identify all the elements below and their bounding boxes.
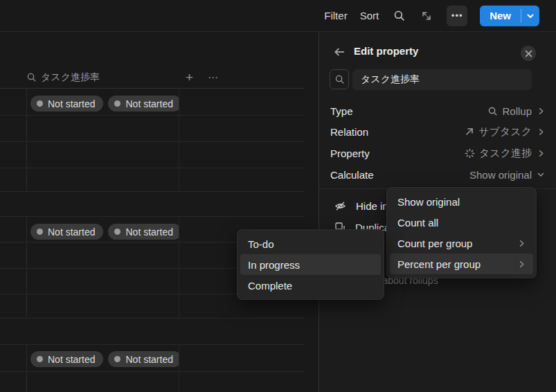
table-grid-line <box>26 216 27 318</box>
table-grid-line <box>179 216 179 318</box>
spinner-icon <box>465 148 475 159</box>
column-header-task-progress[interactable]: タスク進捗率 + ⋯ <box>26 66 305 88</box>
table-grid-line <box>0 191 305 192</box>
status-dot-icon <box>114 229 120 235</box>
new-dropdown-chevron-icon[interactable] <box>521 6 539 26</box>
chevron-right-icon <box>537 107 545 115</box>
chevron-right-icon <box>537 128 545 136</box>
menu-item-count-per-group[interactable]: Count per group <box>390 233 533 253</box>
table-grid-line <box>179 344 179 392</box>
table-grid-line <box>0 344 305 345</box>
new-button-label[interactable]: New <box>480 6 521 26</box>
panel-header: Edit property <box>319 44 556 60</box>
expand-diagonal-icon[interactable] <box>419 8 434 24</box>
table-grid-line <box>0 371 305 372</box>
search-icon <box>487 106 498 116</box>
chevron-right-icon <box>518 260 526 268</box>
search-icon <box>334 74 345 84</box>
new-button[interactable]: New <box>480 6 539 26</box>
rollup-icon <box>26 72 37 82</box>
status-dot-icon <box>114 356 120 362</box>
table-grid-line <box>0 88 305 89</box>
column-header-title: タスク進捗率 <box>41 71 100 84</box>
percent-per-group-submenu: To-do In progress Complete <box>237 229 384 300</box>
menu-item-count-all[interactable]: Count all <box>390 212 533 233</box>
status-dot-icon <box>37 229 43 235</box>
property-icon-button[interactable] <box>330 69 349 89</box>
arrow-up-right-icon <box>465 127 474 136</box>
eye-off-icon <box>334 200 346 212</box>
status-pill: Not started <box>108 351 179 367</box>
property-row-type[interactable]: Type Rollup <box>319 100 556 121</box>
panel-title: Edit property <box>354 45 418 57</box>
property-row-relation[interactable]: Relation サブタスク <box>319 121 556 142</box>
status-dot-icon <box>114 100 120 107</box>
status-pill: Not started <box>30 96 103 112</box>
property-row-calculate[interactable]: Calculate Show original <box>319 164 556 185</box>
status-pill: Not started <box>30 224 103 240</box>
add-property-button[interactable]: + <box>186 70 193 85</box>
status-pill: Not started <box>108 224 179 240</box>
top-toolbar: Filter Sort ••• New <box>0 0 556 32</box>
table-grid-line <box>0 318 305 319</box>
chevron-down-icon <box>537 170 545 179</box>
filter-button[interactable]: Filter <box>324 10 347 21</box>
property-row-property[interactable]: Property タスク進捗 <box>319 143 556 163</box>
back-icon[interactable] <box>333 46 346 58</box>
rollup-cell[interactable]: Not started Not started <box>30 96 179 112</box>
menu-item-show-original[interactable]: Show original <box>390 191 533 212</box>
table-grid-line <box>0 216 305 217</box>
chevron-right-icon <box>518 240 526 247</box>
table-options-button[interactable]: ⋯ <box>208 71 219 84</box>
rollup-cell[interactable]: Not started Not started <box>30 351 179 368</box>
submenu-item-complete[interactable]: Complete <box>240 275 381 296</box>
submenu-item-in-progress[interactable]: In progress <box>240 254 381 275</box>
table-grid-line <box>0 115 305 116</box>
table-grid-line <box>26 88 27 191</box>
chevron-right-icon <box>537 150 545 157</box>
search-icon[interactable] <box>391 8 406 24</box>
property-name-input[interactable] <box>352 69 532 90</box>
status-pill: Not started <box>30 351 103 367</box>
sort-button[interactable]: Sort <box>360 10 379 21</box>
more-options-button[interactable]: ••• <box>447 6 467 26</box>
menu-item-percent-per-group[interactable]: Percent per group <box>390 253 533 274</box>
calculate-menu: Show original Count all Count per group … <box>386 187 537 278</box>
table-grid-line <box>179 88 179 191</box>
status-pill: Not started <box>108 96 179 112</box>
close-icon[interactable] <box>521 46 536 61</box>
table-grid-line <box>26 344 27 392</box>
status-dot-icon <box>37 100 43 107</box>
table-grid-line <box>0 141 305 142</box>
table-grid-line <box>0 168 305 168</box>
status-dot-icon <box>37 356 43 362</box>
submenu-item-to-do[interactable]: To-do <box>240 233 381 254</box>
rollup-cell[interactable]: Not started Not started <box>30 224 179 240</box>
